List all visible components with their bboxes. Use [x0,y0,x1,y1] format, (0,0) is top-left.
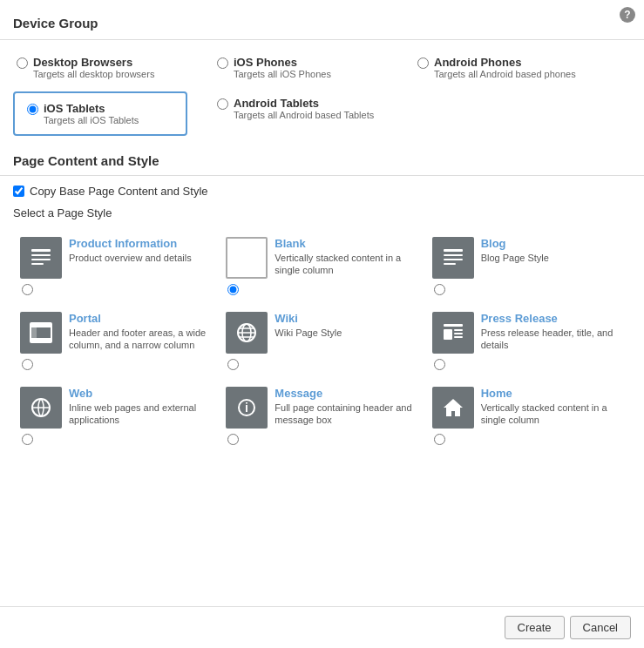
copy-base-row[interactable]: Copy Base Page Content and Style [13,185,631,198]
style-radio-portal[interactable] [22,359,33,370]
svg-rect-1 [31,254,51,256]
style-desc-portal: Header and footer areas, a wide column, … [69,327,212,352]
svg-rect-17 [444,324,463,327]
style-item-product-info[interactable]: Product Information Product overview and… [13,228,219,303]
device-radio-android-phones[interactable] [417,57,429,69]
style-item-blank[interactable]: Blank Vertically stacked content in a si… [219,228,424,303]
device-radio-ios-phones[interactable] [217,57,228,69]
svg-rect-4 [444,249,463,252]
device-desc-android-phones: Targets all Android based phones [434,69,576,79]
blank-icon [226,237,268,279]
device-option-ios-phones[interactable]: iOS Phones Targets all iOS Phones [214,51,388,84]
svg-marker-26 [444,399,463,416]
device-desc-ios-phones: Targets all iOS Phones [234,69,331,79]
style-name-product-info: Product Information [69,237,192,250]
cancel-button[interactable]: Cancel [570,616,631,639]
device-option-ios-tablets[interactable]: iOS Tablets Targets all iOS Tablets [13,91,187,136]
device-row-1: Desktop Browsers Targets all desktop bro… [13,51,631,84]
style-name-home: Home [481,387,624,400]
svg-rect-6 [444,259,463,260]
style-desc-wiki: Wiki Page Style [275,327,342,339]
device-desc-desktop: Targets all desktop browsers [33,69,154,79]
style-item-portal[interactable]: Portal Header and footer areas, a wide c… [13,303,219,378]
style-radio-message[interactable] [227,434,239,445]
home-icon [432,387,474,429]
style-radio-web[interactable] [22,434,33,445]
style-name-blank: Blank [275,237,417,250]
device-group-section: Desktop Browsers Targets all desktop bro… [0,51,644,136]
page-content-section: Copy Base Page Content and Style Select … [0,185,644,453]
device-group-title: Device Group [0,0,644,40]
style-desc-home: Vertically stacked content in a single c… [481,402,624,427]
device-name-android-phones: Android Phones [434,56,576,69]
style-name-blog: Blog [481,237,549,250]
style-name-wiki: Wiki [275,312,342,325]
wiki-icon [226,312,268,354]
device-desc-ios-tablets: Targets all iOS Tablets [44,115,139,125]
device-option-android-phones[interactable]: Android Phones Targets all Android based… [414,51,588,84]
svg-rect-7 [444,263,456,265]
help-icon[interactable]: ? [620,7,635,23]
style-radio-blog[interactable] [434,284,445,295]
device-desc-android-tablets: Targets all Android based Tablets [234,110,374,120]
copy-base-label: Copy Base Page Content and Style [30,185,208,198]
style-item-home[interactable]: Home Vertically stacked content in a sin… [425,378,631,453]
portal-icon [20,312,62,354]
style-radio-home[interactable] [434,434,445,445]
svg-text:i: i [245,401,248,415]
style-desc-product-info: Product overview and details [69,252,192,264]
style-radio-product-info[interactable] [22,284,33,295]
style-item-web[interactable]: Web Inline web pages and external applic… [13,378,219,453]
device-option-desktop[interactable]: Desktop Browsers Targets all desktop bro… [13,51,187,84]
press-release-icon [432,312,474,354]
style-item-blog[interactable]: Blog Blog Page Style [425,228,631,303]
svg-rect-11 [31,323,37,342]
style-name-portal: Portal [69,312,212,325]
select-style-label: Select a Page Style [13,206,631,219]
svg-rect-3 [31,263,44,265]
style-name-web: Web [69,387,212,400]
svg-rect-20 [454,333,463,334]
style-desc-message: Full page containing header and message … [275,402,417,427]
style-item-wiki[interactable]: Wiki Wiki Page Style [219,303,424,378]
device-name-desktop: Desktop Browsers [33,56,154,69]
device-row-2: iOS Tablets Targets all iOS Tablets Andr… [13,91,631,136]
message-icon: i [226,387,268,429]
style-desc-blank: Vertically stacked content in a single c… [275,252,417,277]
create-button[interactable]: Create [505,616,565,639]
svg-rect-21 [454,336,463,338]
device-name-ios-tablets: iOS Tablets [44,102,139,115]
device-name-android-tablets: Android Tablets [234,97,374,110]
svg-rect-18 [444,329,452,340]
device-radio-ios-tablets[interactable] [27,104,38,115]
footer: Create Cancel [0,606,644,648]
style-radio-press-release[interactable] [434,359,445,370]
style-name-message: Message [275,387,417,400]
device-option-android-tablets[interactable]: Android Tablets Targets all Android base… [214,91,388,125]
device-radio-desktop[interactable] [17,57,28,69]
product-info-icon [20,237,62,279]
svg-rect-19 [454,329,463,331]
device-radio-android-tablets[interactable] [217,98,228,110]
page-content-title: Page Content and Style [0,143,644,176]
svg-rect-5 [444,254,463,256]
style-desc-press-release: Press release header, title, and details [481,327,624,352]
style-desc-blog: Blog Page Style [481,252,549,264]
style-name-press-release: Press Release [481,312,624,325]
page-style-grid: Product Information Product overview and… [13,228,631,453]
style-desc-web: Inline web pages and external applicatio… [69,402,212,427]
svg-rect-0 [31,249,51,252]
style-radio-blank[interactable] [227,284,239,295]
style-radio-wiki[interactable] [227,359,239,370]
device-name-ios-phones: iOS Phones [234,56,331,69]
copy-base-checkbox[interactable] [13,186,24,197]
style-item-press-release[interactable]: Press Release Press release header, titl… [425,303,631,378]
blog-icon [432,237,474,279]
style-item-message[interactable]: i Message Full page containing header an… [219,378,424,453]
svg-rect-2 [31,259,51,260]
web-icon [20,387,62,429]
